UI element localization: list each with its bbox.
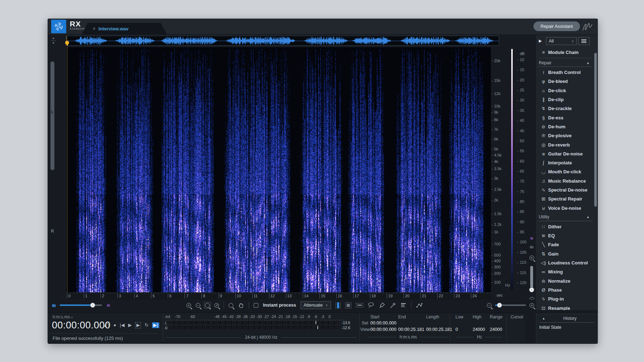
chevron-up-icon[interactable]: ▴ xyxy=(50,36,57,40)
chevron-down-icon[interactable]: ▾ xyxy=(50,41,57,45)
view-length-value[interactable]: 00:00:25.181 xyxy=(426,327,452,332)
module-item-loudness-control[interactable]: ◁)Loudness Control xyxy=(536,258,595,267)
horizontal-zoom-knob[interactable] xyxy=(497,303,502,308)
horizontal-zoom-slider[interactable] xyxy=(495,304,526,306)
module-item-resample[interactable]: ⊡Resample xyxy=(536,303,595,310)
module-item-guitar-de-noise[interactable]: ɵGuitar De-noise xyxy=(536,149,595,158)
spectrogram-view-icon[interactable]: ≋ xyxy=(528,236,536,241)
module-item-de-clip[interactable]: ∥De-clip xyxy=(536,95,595,104)
collapse-arrow-icon[interactable]: ▲ xyxy=(542,317,545,320)
repair-assistant-button[interactable]: Repair Assistant xyxy=(533,21,580,31)
horizontal-zoom-out-button[interactable]: − xyxy=(487,303,492,308)
vertical-scrollbar-thumb[interactable] xyxy=(50,61,54,170)
module-item-de-hum[interactable]: ⊘De-hum xyxy=(536,122,595,131)
time-format-selector[interactable]: h:m:s.ms ▾ xyxy=(53,314,73,319)
preview-play-icon[interactable]: ▶ xyxy=(539,39,542,43)
freq-high-value[interactable]: 24000 xyxy=(473,327,485,332)
skip-to-start-button[interactable]: |◀ xyxy=(120,322,125,328)
module-item-plug-in[interactable]: ϟPlug-in xyxy=(536,294,595,303)
history-header[interactable]: ▲ History xyxy=(539,316,595,323)
view-start-value[interactable]: 00:00:00.000 xyxy=(370,327,396,332)
play-button[interactable]: ▶ xyxy=(128,322,132,328)
waveform-spectrogram-blend-slider[interactable] xyxy=(60,304,102,306)
frequency-axis[interactable]: Hz 20k15k12k10k9k8k7k6k5k4.5k4k3.5k3k2.5… xyxy=(492,47,510,292)
module-item-de-plosive[interactable]: ℗De-plosive xyxy=(536,131,595,140)
file-tab[interactable]: × Interview.wav xyxy=(82,23,167,34)
tab-close-icon[interactable]: × xyxy=(93,26,96,31)
time-frequency-selection-tool[interactable] xyxy=(345,302,351,308)
horizontal-zoom-in-button[interactable]: + xyxy=(530,303,534,308)
module-chain-item[interactable]: ≡ Module Chain xyxy=(536,47,595,57)
module-item-dither[interactable]: ∷Dither xyxy=(536,222,595,231)
process-mode-select[interactable]: Attenuate ∨ xyxy=(301,301,331,309)
magnify-tool[interactable] xyxy=(229,303,233,308)
overview-waveform[interactable] xyxy=(66,36,499,45)
module-item-de-click[interactable]: ☼De-click xyxy=(536,86,595,95)
module-item-de-ess[interactable]: §De-ess xyxy=(536,113,595,122)
blend-slider-knob[interactable] xyxy=(90,303,95,308)
vertical-zoom-in-button[interactable]: + xyxy=(528,254,536,261)
playhead-marker[interactable] xyxy=(65,41,69,47)
view-end-value[interactable]: 00:00:25.181 xyxy=(398,327,424,332)
waveform-view-icon[interactable]: ılıı xyxy=(528,245,536,249)
module-item-phase[interactable]: ØPhase xyxy=(536,286,595,294)
level-meters-section[interactable]: L R -13.5 -12.6 24-bit | 48000 Hz -Inf.-… xyxy=(163,313,360,343)
play-selection-button[interactable]: ▶ xyxy=(135,322,141,328)
section-header-repair[interactable]: Repair▲ xyxy=(539,59,592,67)
record-button[interactable]: ● xyxy=(113,322,116,328)
module-item-mixing[interactable]: ∞Mixing xyxy=(536,267,595,276)
module-item-music-rebalance[interactable]: ♫Music Rebalance xyxy=(536,177,595,185)
module-item-breath-control[interactable]: ≀Breath Control xyxy=(536,68,595,77)
module-item-eq[interactable]: ≋EQ xyxy=(536,231,595,240)
monitor-headphones-icon[interactable] xyxy=(104,323,110,328)
draw-curve-tool[interactable] xyxy=(416,303,423,308)
zoom-fit-button[interactable]: ↗ xyxy=(214,303,219,308)
time-selection-tool[interactable] xyxy=(336,302,341,308)
zoom-in-button[interactable]: + xyxy=(186,303,191,308)
module-item-de-crackle[interactable]: ↯De-crackle xyxy=(536,104,595,113)
zoom-selection-button[interactable] xyxy=(205,303,210,308)
freq-low-value[interactable]: 0 xyxy=(455,327,458,332)
module-item-de-reverb[interactable]: ◎De-reverb xyxy=(536,140,595,149)
play-direct-monitor-button[interactable]: ▶| xyxy=(152,322,159,328)
collapse-arrow-icon[interactable]: ▲ xyxy=(586,61,590,65)
module-item-normalize[interactable]: ılıNormalize xyxy=(536,277,595,286)
zoom-in-icon[interactable]: + xyxy=(530,256,534,260)
module-menu-button[interactable] xyxy=(578,37,590,45)
sel-start-value[interactable]: 00:00:00.000 xyxy=(370,321,396,326)
waveform-blend-icon[interactable]: ılıı xyxy=(52,303,55,308)
module-item-voice-de-noise[interactable]: ⊍Voice De-noise xyxy=(536,203,595,212)
hand-tool[interactable] xyxy=(238,302,244,308)
vertical-zoom-knob[interactable] xyxy=(529,287,534,292)
spectrogram-display[interactable] xyxy=(67,47,491,292)
module-item-spectral-de-noise[interactable]: ∿Spectral De-noise xyxy=(536,185,595,194)
lasso-tool[interactable] xyxy=(368,302,374,308)
module-filter-select[interactable]: All ∨ xyxy=(546,37,577,45)
vertical-scale-widget[interactable]: ▴ ▾ xyxy=(50,36,57,46)
section-header-utility[interactable]: Utility▲ xyxy=(539,213,592,221)
module-item-spectral-repair[interactable]: ⊞Spectral Repair xyxy=(536,194,595,203)
frequency-selection-tool[interactable] xyxy=(356,303,363,307)
zoom-out-button[interactable]: − xyxy=(196,303,200,308)
playhead-time-display[interactable]: 00:00:00.000 xyxy=(52,320,111,331)
magic-wand-tool[interactable] xyxy=(390,302,396,308)
module-item-interpolate[interactable]: ∫Interpolate xyxy=(536,158,595,167)
playhead-line[interactable] xyxy=(67,47,68,292)
module-item-fade[interactable]: ╲Fade xyxy=(536,240,595,249)
tab-label[interactable]: Interview.wav xyxy=(98,26,128,31)
collapse-arrow-icon[interactable]: ▲ xyxy=(586,215,590,219)
waveform-overview-strip[interactable] xyxy=(66,36,499,46)
find-similar-tool[interactable] xyxy=(401,302,406,308)
signature-scribble-icon[interactable] xyxy=(581,21,594,32)
loop-playback-button[interactable]: ↻ xyxy=(145,322,148,328)
module-panel-scrollbar[interactable] xyxy=(594,53,597,207)
spectrogram-blend-icon[interactable]: ≋ xyxy=(106,303,110,308)
spectrogram-canvas[interactable] xyxy=(67,47,491,292)
module-item-de-bleed[interactable]: φDe-bleed xyxy=(536,77,595,86)
module-item-gain[interactable]: ⇅Gain xyxy=(536,249,595,258)
vertical-zoom-slider[interactable] xyxy=(530,266,533,288)
instant-process-checkbox[interactable] xyxy=(254,303,258,308)
module-item-mouth-de-click[interactable]: ◡Mouth De-click xyxy=(536,167,595,176)
history-item[interactable]: Initial State xyxy=(539,324,561,331)
brush-tool[interactable] xyxy=(379,302,385,308)
